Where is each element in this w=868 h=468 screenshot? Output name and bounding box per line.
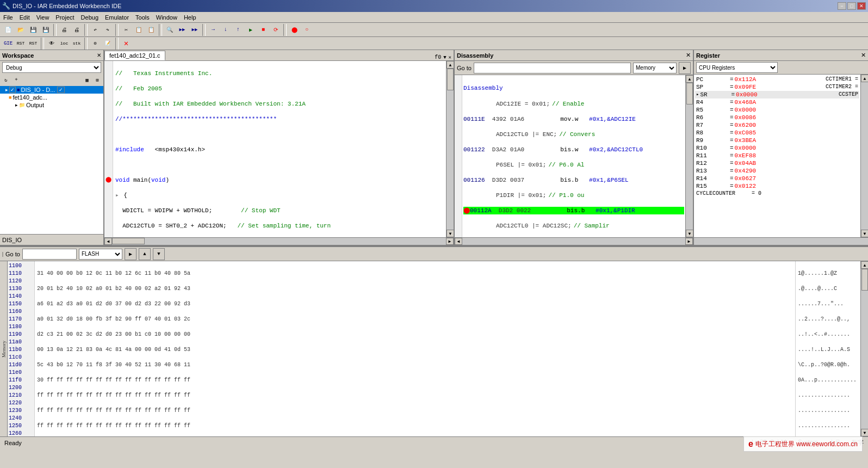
save-btn[interactable]: 💾 — [27, 24, 39, 36]
close-button[interactable]: ✕ — [857, 2, 866, 10]
tab-close-icon[interactable]: ✕ — [449, 54, 451, 60]
dis-hscroll-track[interactable] — [462, 238, 685, 245]
tab-dropdown-icon[interactable]: ▼ — [443, 55, 446, 60]
editor-scroll-down[interactable]: ▼ — [447, 230, 454, 237]
register-close[interactable]: ✕ — [861, 52, 866, 59]
find-btn[interactable]: 🔍 — [164, 24, 176, 36]
build-btn[interactable]: ▶▶ — [189, 24, 201, 36]
editor-scrollbar-v[interactable]: ▲ ▼ — [446, 61, 454, 237]
reg-scroll-up[interactable]: ▲ — [861, 75, 868, 82]
dis-scroll-down[interactable]: ▼ — [686, 230, 693, 237]
x-btn[interactable]: ✕ — [120, 38, 132, 50]
tree-item-project[interactable]: ▸ ✓ ■ DIS_IO - D... ✓ — [0, 86, 103, 94]
log-btn[interactable]: 📝 — [102, 38, 114, 50]
new-btn[interactable]: 📄 — [2, 24, 14, 36]
reg-scroll-track[interactable] — [861, 82, 868, 230]
copy-btn[interactable]: 📋 — [133, 24, 145, 36]
ws-refresh-btn[interactable]: ↻ — [1, 75, 11, 85]
reg-scroll-down[interactable]: ▼ — [861, 230, 868, 237]
dis-scrollbar-h[interactable]: ◀ ▶ — [455, 237, 693, 245]
breakpoint-btn[interactable]: ⬤ — [288, 24, 300, 36]
mem-scroll-thumb[interactable] — [861, 269, 868, 291]
menu-emulator[interactable]: Emulator — [102, 13, 132, 22]
dis-text-area[interactable]: Disassembly ADC12IE = 0x01;// Enable 001… — [462, 75, 685, 237]
clear-bp-btn[interactable]: ○ — [301, 24, 313, 36]
memory-hex-area[interactable]: 31 40 00 00 b0 12 0c 11 b0 12 6c 11 b0 4… — [35, 261, 795, 436]
mem-scroll-down[interactable]: ▼ — [861, 429, 868, 436]
mem-btn[interactable]: RST — [27, 38, 39, 50]
disassembly-goto-input[interactable] — [474, 63, 631, 73]
tree-item-output[interactable]: ▸ 📁 Output — [0, 101, 103, 109]
watch-btn[interactable]: 👁 — [46, 38, 58, 50]
memory-flash-combo[interactable]: FLASH — [79, 249, 122, 260]
minimize-button[interactable]: − — [838, 2, 846, 10]
ws-view-btn[interactable]: ▦ — [82, 75, 92, 85]
menu-edit[interactable]: Edit — [16, 13, 33, 22]
print-btn[interactable]: 🖨 — [58, 24, 70, 36]
stop-btn[interactable]: ■ — [257, 24, 269, 36]
memory-scrollbar-v[interactable]: ▲ ▼ — [860, 261, 868, 436]
undo-btn[interactable]: ↶ — [89, 24, 101, 36]
stack-btn[interactable]: stk — [71, 38, 83, 50]
dis-scroll-track[interactable] — [686, 83, 693, 230]
folder-label[interactable]: Output — [26, 102, 44, 108]
editor-scrollbar-h[interactable]: ◀ ▶ — [104, 237, 454, 245]
workspace-close[interactable]: ✕ — [97, 52, 101, 58]
dis-scroll-thumb[interactable] — [686, 83, 693, 104]
reg-scrollbar-v[interactable]: ▲ ▼ — [860, 75, 868, 237]
menu-help[interactable]: Help — [181, 13, 200, 22]
cut-btn[interactable]: ✂ — [120, 24, 132, 36]
menu-view[interactable]: View — [33, 13, 53, 22]
reset-btn[interactable]: ⟳ — [270, 24, 282, 36]
editor-hscroll-left[interactable]: ◀ — [104, 238, 112, 245]
run-btn[interactable]: ▶ — [245, 24, 257, 36]
workspace-debug-combo[interactable]: Debug — [2, 62, 101, 73]
memory-nav-down-btn[interactable]: ▼ — [153, 248, 165, 260]
reg-btn[interactable]: RST — [15, 38, 27, 50]
disassembly-go-btn[interactable]: ▶ — [679, 62, 691, 74]
menu-tools[interactable]: Tools — [132, 13, 153, 22]
tree-item-file[interactable]: ■ fet140_adc... — [0, 94, 103, 101]
menu-project[interactable]: Project — [52, 13, 77, 22]
dis-hscroll-left[interactable]: ◀ — [455, 238, 462, 245]
dis-scroll-up[interactable]: ▲ — [686, 75, 693, 83]
editor-hscroll-thumb[interactable] — [112, 238, 145, 244]
step-out-btn[interactable]: ↑ — [232, 24, 244, 36]
step-over-btn[interactable]: → — [207, 24, 219, 36]
editor-tab-main[interactable]: fet140_adc12_01.c — [104, 51, 165, 60]
menu-file[interactable]: File — [0, 13, 16, 22]
disassembly-close[interactable]: ✕ — [686, 52, 691, 59]
file-label[interactable]: fet140_adc... — [13, 94, 47, 101]
editor-scroll-thumb[interactable] — [447, 69, 454, 90]
save-all-btn[interactable]: 💾 — [40, 24, 52, 36]
project-label[interactable]: DIS_IO - D... — [21, 87, 55, 93]
disasm-btn[interactable]: GIE — [2, 38, 14, 50]
step-into-btn[interactable]: ↓ — [220, 24, 232, 36]
memory-goto-input[interactable] — [22, 249, 77, 260]
ws-add-btn[interactable]: + — [11, 75, 21, 85]
menu-debug[interactable]: Debug — [78, 13, 102, 22]
memory-go-btn[interactable]: ▶ — [125, 248, 137, 260]
local-btn[interactable]: loc — [58, 38, 70, 50]
dis-scrollbar-v[interactable]: ▲ ▼ — [685, 75, 693, 237]
menu-window[interactable]: Window — [153, 13, 181, 22]
editor-scroll-track[interactable] — [447, 69, 454, 230]
memory-nav-up-btn[interactable]: ▲ — [139, 248, 151, 260]
paste-btn[interactable]: 📋 — [145, 24, 157, 36]
dis-hscroll-right[interactable]: ▶ — [685, 238, 693, 245]
code-text-area[interactable]: // Texas Instruments Inc. // Feb 2005 //… — [113, 61, 446, 237]
mem-scroll-up[interactable]: ▲ — [861, 261, 868, 269]
editor-hscroll-track[interactable] — [112, 238, 446, 245]
ws-cols-btn[interactable]: ⊞ — [92, 75, 102, 85]
disassembly-memory-combo[interactable]: Memory — [633, 63, 677, 73]
reg-scrollbar-h[interactable] — [694, 237, 868, 245]
mem-scroll-track[interactable] — [861, 269, 868, 429]
compile-btn[interactable]: ▶▶ — [176, 24, 188, 36]
register-combo[interactable]: CPU Registers — [696, 62, 778, 73]
print2-btn[interactable]: 🖨 — [71, 24, 83, 36]
editor-hscroll-right[interactable]: ▶ — [446, 238, 454, 245]
editor-scroll-up[interactable]: ▲ — [447, 61, 454, 69]
macro-btn[interactable]: ⚙ — [89, 38, 101, 50]
redo-btn[interactable]: ↷ — [102, 24, 114, 36]
open-btn[interactable]: 📂 — [15, 24, 27, 36]
